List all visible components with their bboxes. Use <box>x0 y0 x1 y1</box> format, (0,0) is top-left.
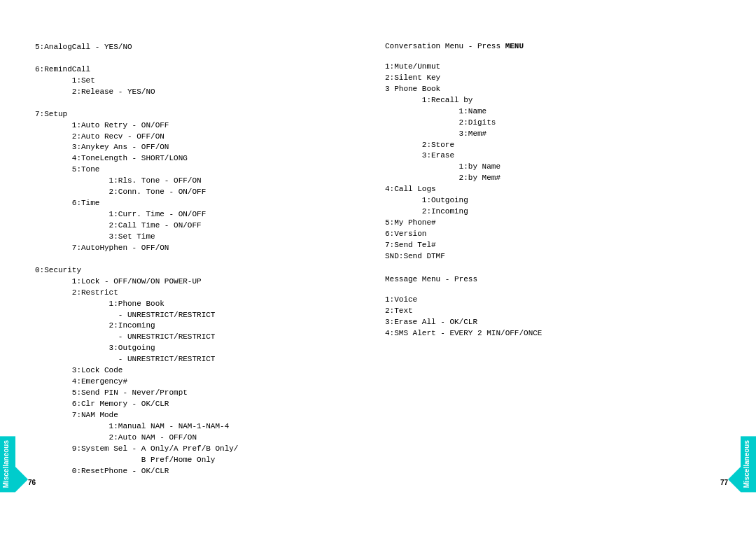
message-content: 1:Voice 2:Text 3:Erase All - OK/CLR 4:SM… <box>385 283 721 339</box>
conversation-menu-header: Conversation Menu - Press MENU <box>385 42 721 50</box>
conversation-menu-label: Conversation Menu - Press <box>385 42 505 50</box>
left-column: 5:AnalogCall - YES/NO 6:RemindCall 1:Set… <box>35 42 378 477</box>
tab-right: Miscellaneous <box>741 436 756 492</box>
message-menu-header: Message Menu - Press <box>385 275 721 283</box>
right-column: Conversation Menu - Press MENU 1:Mute/Un… <box>378 42 721 477</box>
message-menu-label: Message Menu - Press <box>385 275 477 283</box>
triangle-left-icon <box>15 467 28 492</box>
conversation-menu-bold: MENU <box>505 42 524 50</box>
triangle-right-icon <box>728 467 741 492</box>
page: 5:AnalogCall - YES/NO 6:RemindCall 1:Set… <box>0 0 756 534</box>
left-content: 5:AnalogCall - YES/NO 6:RemindCall 1:Set… <box>35 42 364 477</box>
tab-left: Miscellaneous <box>0 436 15 492</box>
page-number-left: 76 <box>28 479 36 486</box>
tab-right-label: Miscellaneous <box>743 440 750 488</box>
page-number-right: 77 <box>720 479 728 486</box>
conversation-content: 1:Mute/Unmut 2:Silent Key 3 Phone Book 1… <box>385 50 721 262</box>
tab-left-label: Miscellaneous <box>2 440 10 488</box>
